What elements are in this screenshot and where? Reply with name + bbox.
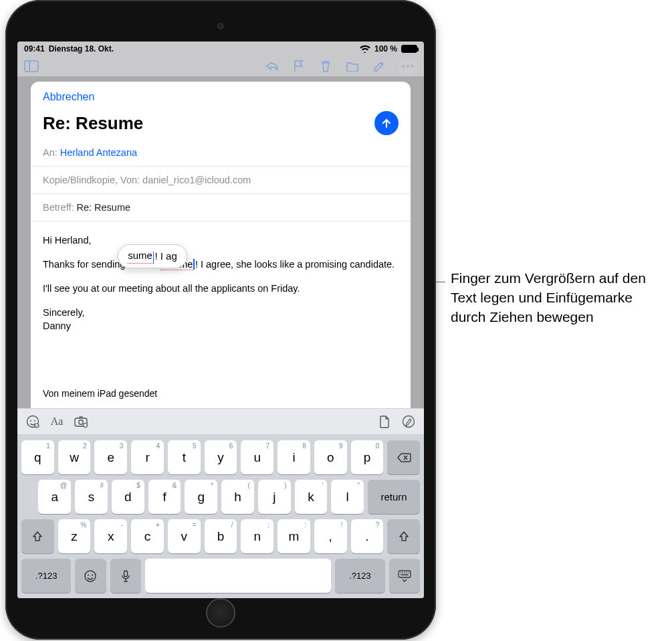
text-insertion-caret-icon	[153, 252, 154, 264]
key-f[interactable]: f&	[148, 480, 181, 514]
svg-point-3	[30, 420, 31, 422]
key-,[interactable]: ,!	[314, 519, 347, 553]
key-r[interactable]: r4	[131, 440, 164, 474]
key-y[interactable]: y6	[205, 440, 237, 474]
text-magnifier-loupe: sume! I ag	[118, 244, 187, 268]
ipad-screen: 09:41 Dienstag 18. Okt. 100 %	[17, 41, 424, 598]
cc-bcc-value: daniel_rico1@icloud.com	[142, 175, 251, 185]
ipad-device-frame: 09:41 Dienstag 18. Okt. 100 %	[5, 0, 436, 640]
sent-from-footer: Von meinem iPad gesendet	[43, 387, 157, 400]
key-h[interactable]: h(	[221, 480, 254, 514]
keyboard-accessory-bar: + Aa	[17, 408, 424, 435]
wifi-icon	[360, 45, 370, 53]
svg-point-8	[79, 420, 83, 424]
key-v[interactable]: v=	[168, 519, 201, 553]
statusbar-time: 09:41	[24, 44, 45, 54]
key-shift[interactable]	[387, 519, 420, 553]
svg-point-10	[403, 416, 415, 428]
key-n[interactable]: n;	[241, 519, 273, 553]
key-b[interactable]: b/	[205, 519, 237, 553]
body-sig2: Danny	[43, 320, 71, 331]
key-numsym-left[interactable]: .?123	[21, 559, 71, 593]
key-.[interactable]: .?	[351, 519, 384, 553]
subject-field[interactable]: Betreff: Re: Resume	[31, 194, 411, 221]
key-emoji[interactable]	[75, 559, 106, 593]
globe-emoji-icon[interactable]: +	[25, 414, 40, 429]
cc-bcc-from-field[interactable]: Kopie/Blindkopie, Von: daniel_rico1@iclo…	[31, 167, 411, 194]
body-line1: Thanks for sending Carol's résume! I agr…	[43, 258, 399, 271]
battery-icon	[401, 45, 417, 53]
cancel-button[interactable]: Abbrechen	[43, 91, 399, 103]
text-format-icon[interactable]: Aa	[49, 414, 64, 429]
svg-rect-15	[399, 571, 411, 577]
svg-rect-0	[25, 61, 38, 72]
svg-text:+: +	[36, 424, 38, 428]
key-m[interactable]: m:	[277, 519, 310, 553]
more-ellipsis-icon[interactable]	[399, 57, 417, 76]
key-a[interactable]: a@	[38, 480, 71, 514]
key-s[interactable]: s#	[75, 480, 108, 514]
key-k[interactable]: k'	[295, 480, 328, 514]
markup-pen-icon[interactable]	[401, 414, 416, 429]
body-caret-icon	[193, 259, 195, 270]
key-return[interactable]: return	[368, 480, 420, 514]
key-space[interactable]	[145, 559, 331, 593]
subject-value: Re: Resume	[76, 202, 130, 213]
reply-icon	[265, 59, 279, 74]
cc-bcc-label: Kopie/Blindkopie, Von:	[43, 175, 140, 185]
key-p[interactable]: p0	[351, 440, 384, 474]
svg-point-4	[34, 420, 35, 422]
key-u[interactable]: u7	[241, 440, 273, 474]
status-bar: 09:41 Dienstag 18. Okt. 100 %	[17, 41, 424, 55]
key-l[interactable]: l"	[331, 480, 364, 514]
statusbar-date: Dienstag 18. Okt.	[49, 44, 114, 54]
sidebar-icon	[24, 59, 39, 74]
mail-toolbar-behind	[17, 55, 424, 78]
key-q[interactable]: q1	[21, 440, 54, 474]
keyboard-row-3: z%x-c+v=b/n;m:,!.?	[21, 519, 420, 553]
compose-body[interactable]: sume! I ag Hi Herland, Thanks for sendin…	[31, 221, 411, 408]
keyboard-row-1: q1w2e3r4t5y6u7i8o9p0	[21, 440, 420, 474]
keyboard-row-4: .?123 .?123	[21, 559, 420, 593]
trash-icon	[318, 59, 333, 74]
annotation-callout: Finger zum Vergrößern auf den Text legen…	[451, 269, 665, 327]
body-line2: I'll see you at our meeting about all th…	[43, 282, 399, 295]
key-d[interactable]: d$	[112, 480, 144, 514]
camera-scan-icon[interactable]	[74, 414, 88, 429]
svg-point-9	[84, 424, 88, 428]
key-e[interactable]: e3	[94, 440, 127, 474]
key-backspace[interactable]	[387, 440, 420, 474]
folder-icon	[345, 59, 360, 74]
compose-title: Re: Resume	[43, 113, 143, 134]
key-g[interactable]: g*	[185, 480, 217, 514]
loupe-text-pre: sume	[128, 249, 152, 264]
svg-point-13	[92, 574, 93, 575]
onscreen-keyboard: + Aa q1w2e3r4t5	[17, 408, 424, 598]
key-shift[interactable]	[21, 519, 54, 553]
battery-percent: 100 %	[374, 44, 397, 54]
to-label: An:	[43, 147, 58, 158]
key-w[interactable]: w2	[58, 440, 91, 474]
key-z[interactable]: z%	[58, 519, 91, 553]
loupe-text-post: ! I ag	[154, 250, 177, 264]
key-j[interactable]: j)	[258, 480, 291, 514]
key-t[interactable]: t5	[168, 440, 201, 474]
key-o[interactable]: o9	[314, 440, 347, 474]
to-recipient[interactable]: Herland Antezana	[60, 147, 137, 158]
key-i[interactable]: i8	[277, 440, 310, 474]
body-greeting: Hi Herland,	[43, 234, 399, 247]
key-dismiss-keyboard[interactable]	[389, 559, 420, 593]
svg-point-11	[85, 571, 96, 581]
key-c[interactable]: c+	[131, 519, 164, 553]
flag-icon	[292, 59, 306, 74]
body-line1-post: ! I agree, she looks like a promising ca…	[195, 259, 395, 270]
send-button[interactable]	[374, 111, 399, 135]
to-field[interactable]: An: Herland Antezana	[31, 139, 411, 167]
keyboard-row-2: a@s#d$f&g*h(j)k'l"return	[21, 480, 420, 514]
key-dictation[interactable]	[110, 559, 141, 593]
home-button[interactable]	[206, 598, 235, 628]
document-attach-icon[interactable]	[377, 414, 392, 429]
compose-icon	[372, 59, 386, 74]
key-x[interactable]: x-	[94, 519, 127, 553]
key-numsym-right[interactable]: .?123	[335, 559, 384, 593]
